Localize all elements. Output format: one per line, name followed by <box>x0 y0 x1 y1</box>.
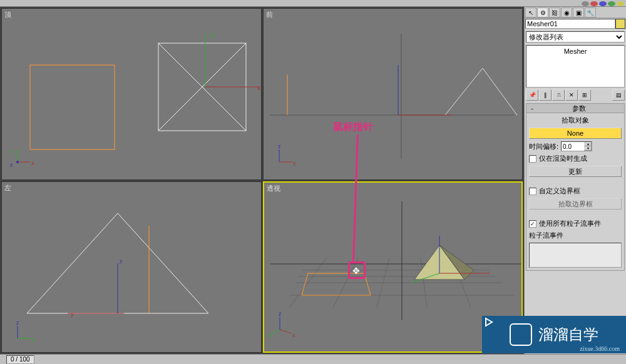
use-all-pf-checkbox[interactable]: ✓ <box>529 220 536 228</box>
viewport-label-left: 左 <box>4 183 11 193</box>
use-all-pf-label: 使用所有粒子流事件 <box>539 219 601 228</box>
svg-text:z: z <box>16 320 19 326</box>
svg-text:y: y <box>210 31 213 38</box>
rollout-title-params: 参数 <box>536 104 622 113</box>
object-name-row <box>525 19 625 30</box>
svg-text:x: x <box>31 160 34 166</box>
tab-modify-icon[interactable]: ⚙ <box>537 8 548 18</box>
svg-marker-60 <box>486 318 492 326</box>
render-only-checkbox[interactable] <box>529 155 536 163</box>
watermark: 溜溜自学 zixue.3d66.com <box>482 316 626 353</box>
svg-line-44 <box>421 258 427 308</box>
svg-line-53 <box>411 273 439 283</box>
spinner-up-icon[interactable]: ▴ <box>584 142 592 146</box>
rollout-toggle-icon: - <box>528 104 536 112</box>
cursor-icon: ✥ <box>352 266 360 276</box>
pick-object-label: 拾取对象 <box>529 116 622 125</box>
svg-text:y: y <box>71 311 74 318</box>
render-only-row[interactable]: 仅在渲染时生成 <box>529 154 622 163</box>
config-sets-icon[interactable]: ▤ <box>612 89 625 101</box>
pick-bbox-button[interactable]: 拾取边界框 <box>529 198 622 210</box>
custom-bbox-checkbox[interactable] <box>529 188 536 195</box>
configure-icon[interactable]: ⊞ <box>578 89 591 101</box>
svg-point-10 <box>16 161 19 163</box>
viewport-front[interactable]: 前 z x <box>263 8 523 180</box>
watermark-text: 溜溜自学 <box>538 325 598 345</box>
time-display: 0 / 100 <box>6 355 34 364</box>
svg-line-45 <box>452 258 471 308</box>
svg-line-43 <box>377 258 389 308</box>
remove-mod-icon[interactable]: ✕ <box>565 89 578 101</box>
viewport-label-top: 顶 <box>4 10 11 19</box>
rollout-body-params: 拾取对象 None 时间偏移: ▴ ▾ 仅在渲染时生成 <box>526 113 625 271</box>
tab-create-icon[interactable]: ↖ <box>525 8 536 18</box>
svg-text:z: z <box>279 311 282 317</box>
svg-text:y: y <box>31 336 34 343</box>
stack-item-mesher[interactable]: Mesher <box>528 47 623 56</box>
svg-text:z: z <box>120 258 123 265</box>
command-panel-tabs: ↖ ⚙ ⛓ ◉ ▣ 🔧 <box>525 7 626 18</box>
time-offset-spinner[interactable]: ▴ ▾ <box>561 141 592 151</box>
timeline-bar[interactable]: 0 / 100 <box>0 354 626 364</box>
spinner-down-icon[interactable]: ▾ <box>584 146 592 151</box>
time-offset-row: 时间偏移: ▴ ▾ <box>529 141 622 151</box>
main-area: 顶 y x y z x 前 <box>0 7 626 354</box>
time-offset-label: 时间偏移: <box>529 142 558 151</box>
svg-line-3 <box>158 43 246 131</box>
pf-events-list[interactable] <box>529 243 622 268</box>
object-color-swatch[interactable] <box>615 19 625 29</box>
svg-rect-0 <box>30 65 115 149</box>
viewport-left-content: y z z y <box>2 182 261 353</box>
object-name-input[interactable] <box>525 19 615 29</box>
show-end-icon[interactable]: ‖ <box>539 89 552 101</box>
modifier-select[interactable]: 修改器列表 <box>526 31 625 43</box>
use-all-pf-row[interactable]: ✓ 使用所有粒子流事件 <box>529 219 622 228</box>
svg-line-41 <box>289 258 327 308</box>
ribbon-balls <box>582 1 624 6</box>
viewport-top[interactable]: 顶 y x y z x <box>1 8 262 180</box>
pick-object-button[interactable]: None <box>529 128 622 139</box>
svg-text:z: z <box>278 143 281 149</box>
svg-text:x: x <box>292 332 295 338</box>
tab-motion-icon[interactable]: ◉ <box>561 8 572 18</box>
svg-line-18 <box>483 68 517 115</box>
svg-line-17 <box>445 68 483 115</box>
svg-line-26 <box>118 213 208 313</box>
svg-line-25 <box>27 213 118 313</box>
watermark-url: zixue.3d66.com <box>580 345 620 352</box>
custom-bbox-label: 自定义边界框 <box>539 186 580 196</box>
top-toolbar <box>0 0 626 7</box>
viewport-left[interactable]: 左 y z z y <box>1 181 262 353</box>
command-panel: ↖ ⚙ ⛓ ◉ ▣ 🔧 修改器列表 Mesher 📌 ‖ ⎍ ✕ ⊞ <box>524 7 626 354</box>
svg-line-2 <box>158 43 246 131</box>
annotation-text: 鼠标指针 <box>333 121 373 134</box>
viewport-front-content: z x <box>264 9 523 179</box>
svg-text:y: y <box>10 148 13 154</box>
svg-marker-49 <box>414 245 464 280</box>
tab-hierarchy-icon[interactable]: ⛓ <box>549 8 560 18</box>
time-offset-input[interactable] <box>562 142 584 151</box>
custom-bbox-row[interactable]: 自定义边界框 <box>529 186 622 196</box>
tab-utilities-icon[interactable]: 🔧 <box>585 8 596 18</box>
svg-text:y: y <box>269 332 272 338</box>
svg-text:x: x <box>293 160 296 166</box>
tab-display-icon[interactable]: ▣ <box>573 8 584 18</box>
pin-stack-icon[interactable]: 📌 <box>526 89 538 101</box>
viewports-grid: 顶 y x y z x 前 <box>0 7 524 354</box>
update-button[interactable]: 更新 <box>529 166 622 177</box>
viewport-top-content: y x y z x <box>2 9 261 179</box>
unique-icon[interactable]: ⎍ <box>552 89 565 101</box>
svg-text:x: x <box>257 84 260 91</box>
viewport-label-perspective: 透视 <box>267 184 280 193</box>
svg-text:z: z <box>10 162 13 168</box>
pf-events-label: 粒子流事件 <box>529 231 622 240</box>
modifier-list-dropdown[interactable]: 修改器列表 <box>526 31 625 44</box>
modifier-stack[interactable]: Mesher <box>526 45 625 88</box>
rollout-header-params[interactable]: - 参数 <box>526 103 625 113</box>
svg-rect-1 <box>158 43 246 131</box>
svg-line-56 <box>271 330 280 335</box>
svg-line-54 <box>280 330 291 333</box>
svg-marker-50 <box>439 245 474 280</box>
stack-toolbar: 📌 ‖ ⎍ ✕ ⊞ ▤ <box>526 89 625 101</box>
rollout-params: - 参数 拾取对象 None 时间偏移: ▴ ▾ <box>526 103 625 271</box>
